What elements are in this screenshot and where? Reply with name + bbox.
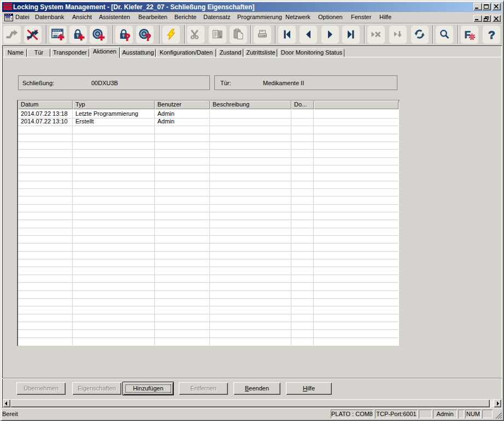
svg-text:?: ?	[125, 32, 131, 41]
svg-text:?: ?	[488, 28, 495, 41]
svg-text:F: F	[465, 29, 471, 40]
svg-text:?: ?	[145, 32, 151, 41]
